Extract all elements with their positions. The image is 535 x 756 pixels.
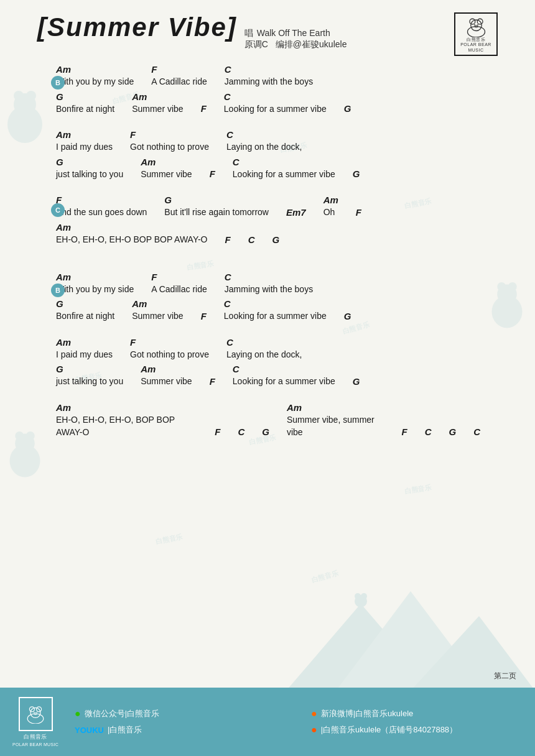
clg-c1: C Jamming with the boys <box>225 63 313 88</box>
bear-deco-3 <box>3 423 47 477</box>
youku-text: |白熊音乐 <box>108 724 142 735</box>
section-b1: B Am With you by my side F A Cadillac ri… <box>37 63 498 115</box>
header: [Summer Vibe] 唱 Walk Off The Earth 原调C 编… <box>37 12 498 56</box>
clgb2-f1: F A Cadillac ride <box>151 271 207 296</box>
clg2-f2: F <box>210 168 215 180</box>
clgc-f3: F <box>225 234 231 246</box>
music-row-b2-2: G Bonfire at night Am Summer vibe F C Lo… <box>56 298 498 323</box>
footer-links: ● 微信公众号|白熊音乐 ● 新浪微博|白熊音乐ukulele YOUKU |白… <box>75 708 523 735</box>
clgc-g2: G <box>272 234 280 246</box>
logo-box: 白熊音乐POLAR BEAR MUSIC <box>454 12 498 56</box>
section-c: C F And the sun goes down G But it'll ri… <box>37 194 498 246</box>
section-b2: B Am With you by my side F A Cadillac ri… <box>37 271 498 323</box>
footer-taobao: ● |白熊音乐ukulele（店铺号84027888） <box>311 724 523 735</box>
clg2-am2: Am Summer vibe <box>141 156 192 181</box>
clgfin-am2: Am Summer vibe, summer vibe <box>287 402 384 438</box>
clgfin-c1: C <box>238 426 244 438</box>
svg-point-30 <box>37 712 38 713</box>
svg-point-29 <box>34 712 35 713</box>
watermark-9: 白熊音乐 <box>155 532 184 547</box>
arranger-label: 编排@崔骏ukulele <box>276 39 347 49</box>
footer-logo-text: 白熊音乐POLAR BEAR MUSIC <box>12 733 58 747</box>
clg2-c2: C Looking for a summer vibe <box>233 156 335 181</box>
footer-weibo: ● 新浪微博|白熊音乐ukulele <box>311 708 523 719</box>
section-b1b-content: Am I paid my dues F Got nothing to prove… <box>56 129 498 180</box>
clgb2-c1: C Jamming with the boys <box>225 271 313 296</box>
svg-point-3 <box>26 91 36 101</box>
clg-am1: Am With you by my side <box>56 63 134 88</box>
clg-g2: G <box>344 103 351 115</box>
clgfin-g2: G <box>449 426 456 438</box>
clgfin-c2: C <box>425 426 432 438</box>
footer-bear-icon <box>23 704 48 724</box>
music-row-b2-1: Am With you by my side F A Cadillac ride… <box>56 271 498 296</box>
clgb2-g2: G <box>344 310 351 323</box>
music-row-c-1: F And the sun goes down G But it'll rise… <box>56 194 498 219</box>
watermark-8: 白熊音乐 <box>404 483 432 496</box>
music-row-1-1: Am With you by my side F A Cadillac ride… <box>56 63 498 88</box>
section-b1-content: Am With you by my side F A Cadillac ride… <box>56 63 498 115</box>
clg-f2: F <box>201 103 207 115</box>
svg-point-17 <box>361 593 367 599</box>
clg2-am1: Am I paid my dues <box>56 129 113 154</box>
section-label-b2: B <box>51 284 65 297</box>
clgc-g1: G But it'll rise again tomorrow <box>164 194 269 219</box>
clg-g1: G Bonfire at night <box>56 91 114 116</box>
clg-c2: C Looking for a summer vibe <box>224 91 327 116</box>
clgfin-am1: Am EH-O, EH-O, EH-O, BOP BOP AWAY-O <box>56 402 197 438</box>
title-area: [Summer Vibe] 唱 Walk Off The Earth 原调C 编… <box>37 12 347 50</box>
clgb2b-g2: G <box>353 376 360 388</box>
svg-point-22 <box>474 24 475 25</box>
clgb2-c2: C Looking for a summer vibe <box>224 298 327 323</box>
page: 白熊音乐 白熊音乐 白熊音乐 白熊音乐 白熊音乐 白熊音乐 白熊音乐 白熊音乐 … <box>0 0 535 756</box>
key-label: 原调C <box>244 39 268 49</box>
wechat-icon: ● <box>75 708 81 719</box>
clgc-am1: Am Oh <box>323 194 338 219</box>
logo-text: 白熊音乐POLAR BEAR MUSIC <box>455 37 496 53</box>
section-b2b: Am I paid my dues F Got nothing to prove… <box>37 336 498 388</box>
svg-point-7 <box>508 282 517 291</box>
section-final: Am EH-O, EH-O, EH-O, BOP BOP AWAY-O F C … <box>56 402 498 438</box>
taobao-text: |白熊音乐ukulele（店铺号84027888） <box>321 724 457 735</box>
footer: 白熊音乐POLAR BEAR MUSIC ● 微信公众号|白熊音乐 ● 新浪微博… <box>0 688 535 756</box>
clgc-f2: F <box>356 206 361 219</box>
music-row-2-2: G just talking to you Am Summer vibe F C… <box>56 156 498 181</box>
svg-point-16 <box>355 593 361 599</box>
music-row-b2b-1: Am I paid my dues F Got nothing to prove… <box>56 336 498 361</box>
music-row-2-1: Am I paid my dues F Got nothing to prove… <box>56 129 498 154</box>
weibo-icon: ● <box>311 708 317 719</box>
clg2-g2: G <box>353 168 360 180</box>
singer-label: 唱 <box>244 28 253 38</box>
page-number: 第二页 <box>494 671 516 681</box>
clgb2b-g1: G just talking to you <box>56 363 123 388</box>
music-row-c-2: Am EH-O, EH-O, EH-O BOP BOP AWAY-O F C G <box>56 221 498 246</box>
clgb2-g1: G Bonfire at night <box>56 298 114 323</box>
taobao-icon: ● <box>311 724 317 735</box>
clgb2b-f1: F Got nothing to prove <box>130 336 209 361</box>
youku-icon: YOUKU <box>75 726 104 735</box>
clgc-em7: Em7 <box>286 206 306 219</box>
clg2-f1: F Got nothing to prove <box>130 129 209 154</box>
footer-logo: 白熊音乐POLAR BEAR MUSIC <box>12 697 58 747</box>
clgb2b-f2: F <box>210 376 215 388</box>
clg-f1: F A Cadillac ride <box>151 63 207 88</box>
section-c-content: F And the sun goes down G But it'll rise… <box>56 194 498 246</box>
clgb2b-c1: C Laying on the dock, <box>226 336 302 361</box>
clgb2-f2: F <box>201 310 207 323</box>
music-row-1-2: G Bonfire at night Am Summer vibe F C Lo… <box>56 91 498 116</box>
clgfin-f1: F <box>215 426 220 438</box>
weibo-text: 新浪微博|白熊音乐ukulele <box>321 708 414 719</box>
svg-point-10 <box>15 431 24 440</box>
clgc-f1: F And the sun goes down <box>56 194 147 219</box>
svg-point-6 <box>497 282 506 291</box>
clgb2-am1: Am With you by my side <box>56 271 134 296</box>
clgfin-f2: F <box>401 426 407 438</box>
main-title: [Summer Vibe] <box>37 12 237 42</box>
svg-point-11 <box>26 431 35 440</box>
clgb2-am2: Am Summer vibe <box>132 298 183 323</box>
footer-youku: YOUKU |白熊音乐 <box>75 724 286 735</box>
clgc-am2: Am EH-O, EH-O, EH-O BOP BOP AWAY-O <box>56 221 208 246</box>
footer-wechat: ● 微信公众号|白熊音乐 <box>75 708 286 719</box>
music-row-final-1: Am EH-O, EH-O, EH-O, BOP BOP AWAY-O F C … <box>56 402 498 438</box>
logo-bear-icon <box>462 16 490 37</box>
